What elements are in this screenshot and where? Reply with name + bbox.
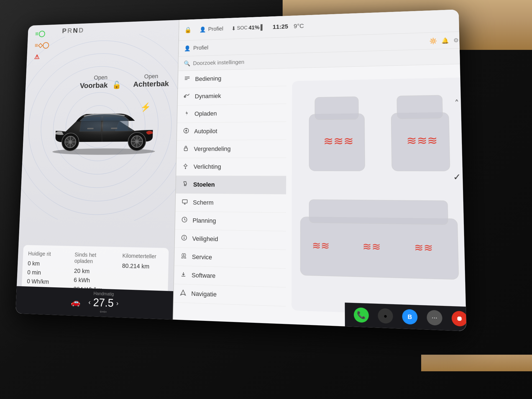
svg-text:˄: ˄ [454,99,459,108]
prnd-text: PRND [62,26,85,35]
software-label: Software [191,272,216,280]
lock-status-icon: 🔒 [184,26,191,33]
current-trip-values: 0 km 0 min 0 Wh/km [27,259,67,287]
right-panel: 🔒 👤 Profiel ⬇ SOC 41% ▌ 11:25 9°C 👤 Prof… [173,9,466,331]
soc-label: SOC [237,25,247,31]
phone-icon: 📞 [357,311,366,319]
menu-item-bediening[interactable]: Bediening [178,68,287,88]
indicator-red: ⚠ [34,53,49,61]
svg-point-28 [184,96,186,98]
indicator-red-icon: ⚠ [34,53,40,61]
svg-rect-33 [184,148,188,151]
menu-item-service[interactable]: Service [174,248,286,269]
settings-icon-1[interactable]: 🔆 [429,37,437,44]
left-panel: PRND ≡◯ ≡◇◯ ⚠ Open Voorbak 🔓 Open Ach [16,20,179,319]
navigatie-label: Navigatie [191,290,217,298]
camera-icon: ● [383,313,387,319]
temp-seats-icons: ⇦⇦ [88,308,118,315]
bluetooth-button[interactable]: B [402,309,418,325]
settings-icon-3[interactable]: ⚙ [453,37,459,44]
svg-point-48 [184,236,185,237]
autopilot-label: Autopilot [194,128,218,135]
battery-download-icon: ⬇ [231,25,236,31]
menu-item-autopilot[interactable]: Autopilot [177,122,287,140]
svg-rect-26 [185,78,190,78]
svg-rect-58 [309,200,448,225]
menu-item-stoelen[interactable]: Stoelen [176,176,286,194]
veiligheid-icon [180,235,188,243]
menu-dots-icon: ··· [432,314,438,322]
navigatie-icon [179,289,187,298]
menu-item-navigatie[interactable]: Navigatie [173,284,286,306]
rear-trunk-title: Open [133,73,169,80]
bottom-taskbar: 📞 ● B ··· ⏺ ▦ ♫ 🔊 [345,303,466,331]
svg-rect-52 [315,97,359,120]
seat-diagram: ≋≋≋ ≋≋≋ ≋≋ [291,70,466,325]
battery-percent: 41% [249,24,259,31]
veiligheid-label: Veiligheid [192,235,218,243]
svg-rect-25 [185,76,190,77]
header-profile[interactable]: 👤 Profiel [200,25,223,33]
autopilot-icon [182,128,190,135]
record-button[interactable]: ⏺ [451,311,466,326]
search-input[interactable] [193,53,466,66]
menu-item-veiligheid[interactable]: Veiligheid [175,229,286,250]
current-trip-title: Huidige rit [28,250,67,258]
temp-increase-button[interactable]: › [116,299,118,307]
menu-item-scherm[interactable]: Scherm [175,194,286,213]
temperature-display: Handmatig ‹ 27.5 › ⇦⇦ [88,291,119,315]
opladen-label: Opladen [195,110,217,117]
svg-text:≋≋≋: ≋≋≋ [324,135,354,147]
camera-button[interactable]: ● [378,308,393,324]
since-charge-title: Sinds het opladen [74,252,114,265]
car-image [42,86,167,161]
charge-bolt-icon: ⚡ [140,102,151,112]
settings-icon-2[interactable]: 🔔 [441,37,449,44]
menu-item-vergrendeling[interactable]: Vergrendeling [177,140,286,158]
svg-point-34 [185,165,187,167]
stoelen-label: Stoelen [193,181,215,188]
menu-dots-button[interactable]: ··· [427,310,443,326]
vergrendeling-label: Vergrendeling [194,145,231,153]
bediening-icon [183,75,191,83]
svg-rect-27 [185,79,188,80]
svg-text:✓: ✓ [453,172,461,182]
software-icon [180,271,187,279]
menu-item-dynamiek[interactable]: Dynamiek [178,86,287,106]
settings-profile-icon: 👤 [184,45,191,51]
temp-decrease-button[interactable]: ‹ [88,298,91,306]
wood-trim-bottom [421,355,532,371]
vergrendeling-icon [182,145,190,153]
indicator-green: ≡◯ [35,30,50,37]
front-trunk-title: Open [80,74,121,81]
svg-point-30 [185,130,187,132]
indicator-green-icon: ≡◯ [35,30,45,37]
svg-rect-55 [397,95,443,119]
scherm-icon [181,199,189,206]
menu-item-planning[interactable]: Planning [175,211,286,231]
odometer-title: Kilometerteller [122,253,163,260]
record-icon: ⏺ [456,314,463,323]
prnd-display: PRND [62,26,85,35]
svg-rect-23 [87,128,94,129]
svg-rect-24 [111,128,117,129]
menu-item-verlichting[interactable]: Verlichting [176,158,286,176]
phone-button[interactable]: 📞 [354,307,369,323]
profile-person-icon: 👤 [200,26,206,33]
trip-distance: 0 km [27,259,67,269]
svg-text:≋≋: ≋≋ [414,241,433,254]
svg-text:≋≋≋: ≋≋≋ [406,134,438,147]
settings-menu-list: Bediening Dynamiek Opladen Autopilot [173,68,287,324]
car-icon-button[interactable]: 🚗 [68,295,84,309]
odometer-value: 80.214 km [122,261,163,271]
menu-item-software[interactable]: Software [174,266,286,287]
settings-profile[interactable]: 👤 Profiel [184,44,208,51]
menu-item-opladen[interactable]: Opladen [177,104,287,123]
svg-text:≋≋: ≋≋ [312,239,330,252]
main-screen: PRND ≡◯ ≡◇◯ ⚠ Open Voorbak 🔓 Open Ach [16,9,466,331]
indicator-orange: ≡◇◯ [35,42,49,49]
service-icon [180,253,188,261]
stoelen-icon [181,181,189,188]
planning-icon [181,216,188,224]
instrument-cluster: ≡◯ ≡◇◯ ⚠ [34,30,50,61]
